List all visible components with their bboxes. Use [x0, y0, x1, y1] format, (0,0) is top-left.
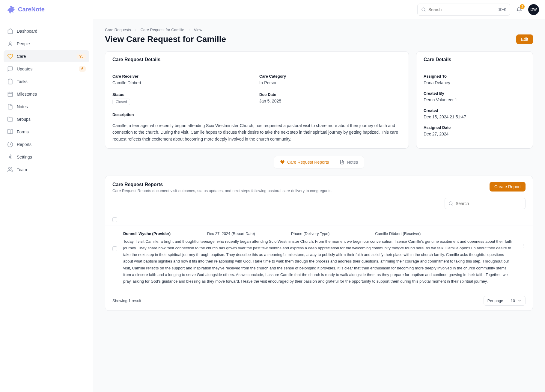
per-page-label: Per page: [484, 296, 507, 305]
search-icon: [448, 201, 453, 206]
field-label: Care Receiver: [112, 74, 255, 79]
tab-label: Care Request Reports: [287, 160, 329, 165]
report-provider: Donnell Wyche (Provider): [123, 231, 189, 236]
reports-card: Care Request Reports Care Request Report…: [105, 176, 533, 311]
tab-group: Care Request Reports Notes: [274, 156, 364, 168]
status-badge: Closed: [112, 99, 130, 105]
chevron-right-icon: [134, 28, 138, 32]
notification-count: 2: [520, 4, 525, 9]
nav-label: Forms: [17, 129, 86, 134]
tab-care-request-reports[interactable]: Care Request Reports: [275, 157, 334, 167]
breadcrumb-item[interactable]: Care Requests: [105, 28, 131, 32]
card-title: Care Details: [416, 52, 533, 68]
field-label: Assigned Date: [424, 125, 526, 130]
notifications-button[interactable]: 2: [514, 4, 525, 15]
nav-badge: 6: [79, 66, 86, 72]
field-label: Care Category: [259, 74, 401, 79]
report-body: Today, I visit Camille, a bright and tho…: [123, 238, 515, 285]
svg-rect-2: [9, 79, 11, 80]
breadcrumb: Care Requests Care Request for Camille V…: [105, 28, 533, 32]
field-value: Jan 5, 2025: [259, 99, 401, 103]
user-avatar[interactable]: DW: [528, 4, 539, 15]
report-row: Donnell Wyche (Provider) Dec 27, 2024 (R…: [105, 225, 533, 291]
search-input[interactable]: [428, 7, 496, 12]
report-date: Dec 27, 2024 (Report Date): [207, 231, 273, 236]
row-actions-button[interactable]: [521, 231, 526, 248]
svg-point-7: [449, 202, 452, 205]
sidebar-item-notes[interactable]: Notes: [4, 101, 89, 113]
chevron-down-icon: [517, 298, 522, 303]
card-title: Care Request Details: [105, 52, 409, 68]
global-search[interactable]: ⌘+K: [417, 4, 510, 16]
nav-label: Updates: [17, 67, 75, 71]
select-all-checkbox[interactable]: [112, 217, 117, 222]
sidebar-item-settings[interactable]: Settings: [4, 151, 89, 163]
sidebar-item-reports[interactable]: Reports: [4, 138, 89, 150]
svg-point-6: [8, 168, 10, 170]
care-request-details-card: Care Request Details Care Receiver Camil…: [105, 51, 409, 149]
calendar-icon: [7, 91, 13, 97]
svg-point-0: [422, 8, 425, 11]
sidebar-item-tasks[interactable]: Tasks: [4, 76, 89, 88]
reports-title: Care Request Reports: [112, 182, 485, 187]
logo[interactable]: CareNote: [6, 5, 45, 14]
tab-notes[interactable]: Notes: [335, 157, 363, 167]
sidebar-item-groups[interactable]: Groups: [4, 113, 89, 125]
tab-label: Notes: [347, 160, 358, 165]
dove-icon: [6, 5, 16, 14]
sidebar-item-forms[interactable]: Forms: [4, 126, 89, 138]
file-icon: [340, 160, 344, 165]
field-label: Created: [424, 108, 526, 113]
users-icon: [7, 167, 13, 173]
brand-name: CareNote: [18, 6, 45, 13]
svg-rect-3: [8, 92, 13, 97]
sidebar-item-milestones[interactable]: Milestones: [4, 88, 89, 100]
svg-point-8: [523, 244, 523, 245]
heart-icon: [7, 53, 13, 59]
clipboard-icon: [7, 79, 13, 85]
nav-label: Settings: [17, 155, 86, 159]
per-page-selector[interactable]: Per page 10: [484, 296, 526, 306]
nav-label: Tasks: [17, 79, 86, 84]
description-text: Camille, a teenager who recently began a…: [112, 122, 401, 142]
reports-search-input[interactable]: [456, 201, 522, 206]
page-title: View Care Request for Camille: [105, 34, 516, 44]
person-icon: [7, 41, 13, 47]
sidebar-item-team[interactable]: Team: [4, 164, 89, 176]
sidebar-item-dashboard[interactable]: Dashboard: [4, 25, 89, 37]
svg-point-9: [523, 245, 523, 246]
sidebar-item-updates[interactable]: Updates 6: [4, 63, 89, 75]
chevron-right-icon: [187, 28, 191, 32]
clock-icon: [7, 141, 13, 147]
field-value: In-Person: [259, 80, 401, 85]
nav-badge: 95: [77, 54, 86, 59]
create-report-button[interactable]: Create Report: [490, 182, 526, 192]
nav-label: Milestones: [17, 92, 86, 97]
edit-button[interactable]: Edit: [516, 34, 533, 44]
sidebar: Dashboard People Care 95 Updates 6 Tasks…: [0, 19, 93, 392]
dots-vertical-icon: [521, 243, 526, 248]
breadcrumb-item[interactable]: Care Request for Camille: [141, 28, 184, 32]
search-shortcut: ⌘+K: [498, 7, 506, 12]
sidebar-item-people[interactable]: People: [4, 38, 89, 50]
heart-icon: [280, 160, 285, 165]
sidebar-item-care[interactable]: Care 95: [4, 50, 89, 62]
reports-subtitle: Care Request Reports document visit outc…: [112, 189, 485, 193]
results-count: Showing 1 result: [112, 298, 484, 303]
report-delivery: Phone (Delivery Type): [291, 231, 357, 236]
nav-label: Dashboard: [17, 29, 86, 34]
field-value: Dec 15, 2024 21:51:47: [424, 114, 526, 119]
breadcrumb-item: View: [194, 28, 202, 32]
care-details-card: Care Details Assigned To Dana Delaney Cr…: [416, 51, 533, 149]
field-value: Demo Volunteer 1: [424, 97, 526, 102]
nav-label: Groups: [17, 117, 86, 122]
folder-icon: [7, 116, 13, 122]
home-icon: [7, 28, 13, 34]
field-label: Assigned To: [424, 74, 526, 79]
nav-label: Notes: [17, 104, 86, 109]
field-label: Created By: [424, 91, 526, 96]
row-checkbox[interactable]: [112, 246, 117, 251]
book-icon: [7, 129, 13, 135]
field-label: Description: [112, 112, 401, 117]
reports-search[interactable]: [445, 198, 526, 209]
